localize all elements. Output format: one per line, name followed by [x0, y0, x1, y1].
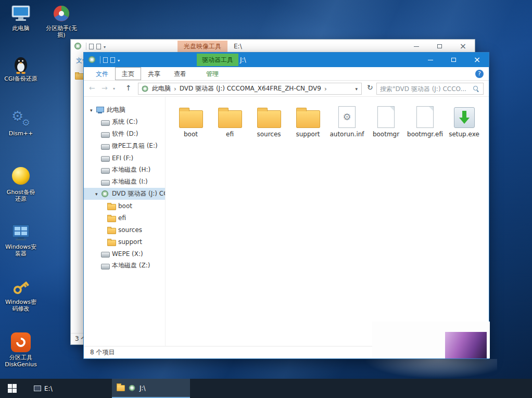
tree-item[interactable]: efi: [84, 212, 165, 224]
file-item[interactable]: bootmgr.efi: [406, 102, 445, 138]
breadcrumb-this-pc[interactable]: 此电脑: [152, 84, 171, 93]
tree-item-label: efi: [118, 214, 126, 222]
chevron-right-icon[interactable]: [174, 85, 176, 93]
maximize-button[interactable]: [442, 53, 465, 67]
tree-item[interactable]: WEPE (X:): [84, 248, 165, 260]
file-icon: [377, 106, 395, 128]
disc-image-tools-tab[interactable]: 光盘映像工具: [178, 41, 227, 52]
window-icon[interactable]: [88, 56, 96, 63]
explorer-icon: [117, 385, 125, 391]
refresh-icon[interactable]: [367, 83, 373, 92]
window-icon[interactable]: [74, 43, 82, 50]
desktop-icon-label: Ghost备份还原: [4, 189, 37, 202]
desktop: 此电脑 分区助手(无损) CGI备份还原 Dism++ Ghost备份还原 Wi…: [0, 0, 532, 398]
title-bar[interactable]: 光盘映像工具 E:\: [71, 40, 475, 53]
close-button[interactable]: [465, 53, 489, 67]
drive-icon: [101, 119, 109, 126]
desktop-icon-windows-installer[interactable]: Windows安装器: [4, 222, 37, 257]
taskbar-button-label: J:\: [140, 384, 146, 392]
properties-icon[interactable]: [89, 44, 94, 49]
back-icon[interactable]: [89, 84, 95, 92]
ghost-sphere-icon: [10, 167, 31, 188]
file-icon: [416, 106, 434, 128]
tree-item[interactable]: 软件 (D:): [84, 128, 165, 140]
minimize-button[interactable]: [419, 53, 442, 67]
address-dropdown-icon[interactable]: [355, 86, 361, 92]
file-item[interactable]: bootmgr: [366, 102, 406, 138]
tree-item[interactable]: support: [84, 236, 165, 248]
desktop-icon-ghost-backup[interactable]: Ghost备份还原: [4, 165, 37, 202]
new-folder-icon[interactable]: [110, 57, 115, 63]
pc-icon: [96, 107, 104, 114]
tree-item-label: boot: [118, 202, 132, 210]
history-dropdown-icon[interactable]: [113, 86, 115, 91]
folder-icon: [107, 226, 116, 234]
maximize-button[interactable]: [428, 40, 451, 53]
tree-item-label: 本地磁盘 (I:): [112, 177, 148, 186]
artifact-image: [445, 332, 487, 358]
tree-item[interactable]: boot: [84, 200, 165, 212]
properties-icon[interactable]: [103, 57, 108, 63]
tree-item-label: 此电脑: [107, 106, 125, 114]
tab-home[interactable]: 主页: [115, 67, 141, 80]
breadcrumb-drive[interactable]: DVD 驱动器 (J:) CCCOMA_X64FRE_ZH-CN_DV9: [180, 84, 321, 93]
tree-item[interactable]: 系统 (C:): [84, 116, 165, 128]
search-box[interactable]: [376, 83, 484, 95]
tree-item[interactable]: DVD 驱动器 (J:) CC: [84, 188, 165, 200]
tree-item[interactable]: sources: [84, 224, 165, 236]
up-icon[interactable]: [125, 84, 132, 92]
address-bar[interactable]: 此电脑 DVD 驱动器 (J:) CCCOMA_X64FRE_ZH-CN_DV9: [138, 83, 362, 95]
file-item[interactable]: autorun.inf: [327, 102, 366, 138]
tree-item[interactable]: EFI (F:): [84, 152, 165, 164]
taskbar-button-j[interactable]: J:\: [112, 379, 190, 398]
close-button[interactable]: [451, 40, 475, 53]
quick-access-dropdown-icon[interactable]: [118, 56, 120, 63]
folder-tree: 此电脑系统 (C:)软件 (D:)微PE工具箱 (E:)EFI (F:)本地磁盘…: [84, 97, 165, 346]
tree-item[interactable]: 本地磁盘 (I:): [84, 176, 165, 188]
drive-icon: [101, 155, 109, 162]
expander-icon[interactable]: [90, 108, 96, 113]
desktop-icon-windows-password[interactable]: Windows密码修改: [4, 277, 37, 312]
file-item[interactable]: setup.exe: [445, 102, 484, 138]
file-item[interactable]: support: [288, 102, 327, 138]
search-input[interactable]: [377, 85, 471, 93]
desktop-icon-label: Windows安装器: [4, 243, 37, 257]
file-item[interactable]: boot: [171, 102, 210, 138]
file-item[interactable]: sources: [249, 102, 288, 138]
help-icon[interactable]: [475, 70, 484, 78]
tree-item[interactable]: 此电脑: [84, 104, 165, 116]
navigation-bar: 此电脑 DVD 驱动器 (J:) CCCOMA_X64FRE_ZH-CN_DV9: [84, 81, 489, 97]
desktop-icon-label: 分区助手(无损): [45, 25, 78, 38]
tab-file[interactable]: 文件: [89, 67, 115, 80]
search-icon: [473, 86, 479, 92]
title-bar[interactable]: 驱动器工具 J:\: [84, 53, 489, 67]
tree-item[interactable]: 微PE工具箱 (E:): [84, 140, 165, 152]
start-button[interactable]: [0, 379, 24, 398]
folder-icon: [107, 214, 116, 222]
desktop-icon-dism[interactable]: Dism++: [4, 108, 37, 137]
tree-item[interactable]: 本地磁盘 (H:): [84, 164, 165, 176]
drive-icon: [101, 166, 109, 174]
minimize-button[interactable]: [404, 40, 428, 53]
desktop-icon-diskgenius[interactable]: 分区工具 DiskGenius: [4, 332, 37, 368]
diskgenius-icon: [10, 332, 31, 353]
explorer-window-j[interactable]: 驱动器工具 J:\ 文件 主页 共享 查看 管理 此电脑: [83, 52, 489, 359]
desktop-icon-cgi-backup[interactable]: CGI备份还原: [4, 54, 37, 82]
tab-share[interactable]: 共享: [141, 67, 167, 80]
tree-item[interactable]: 本地磁盘 (Z:): [84, 260, 165, 272]
new-folder-icon[interactable]: [96, 44, 101, 49]
taskbar-button-e[interactable]: E:\: [29, 379, 73, 398]
tab-view[interactable]: 查看: [167, 67, 193, 80]
drive-tools-tab[interactable]: 驱动器工具: [197, 54, 238, 66]
file-item[interactable]: efi: [210, 102, 249, 138]
forward-icon[interactable]: [102, 84, 108, 92]
tab-manage[interactable]: 管理: [199, 67, 225, 80]
expander-icon[interactable]: [95, 191, 101, 197]
tree-item-label: WEPE (X:): [112, 250, 143, 258]
quick-access-dropdown-icon[interactable]: [104, 43, 106, 50]
desktop-icon-this-pc[interactable]: 此电脑: [4, 3, 37, 32]
file-label: support: [288, 131, 327, 138]
chevron-right-icon[interactable]: [324, 85, 327, 93]
divider: [100, 56, 100, 63]
desktop-icon-partition-assistant[interactable]: 分区助手(无损): [45, 3, 78, 38]
